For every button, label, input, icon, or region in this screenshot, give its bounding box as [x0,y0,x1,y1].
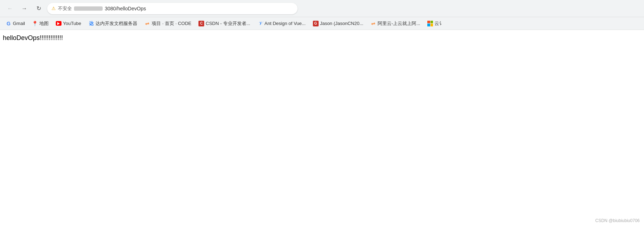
da-icon: 达 [88,21,94,26]
bookmark-ms[interactable]: 云讠 [424,19,447,28]
bookmark-maps-label: 地图 [39,20,49,27]
bookmark-maps[interactable]: 📍 地图 [29,19,51,28]
bookmark-jason-label: Jason (JasonCN20... [320,21,363,26]
jason-icon: G [313,21,319,26]
ali-icon: ⇌ [370,21,376,26]
bookmark-ant[interactable]: 𝒱 Ant Design of Vue... [255,19,309,28]
bookmark-csdn[interactable]: C CSDN - 专业开发者... [196,19,253,28]
main-content-text: helloDevOps!!!!!!!!!!!!! [3,34,641,42]
bookmarks-bar: G Gmail 📍 地图 YouTube 达 达内开发文档服务器 ⇌ 项目 · … [0,17,644,30]
bookmark-project[interactable]: ⇌ 项目 · 首页 · CODE [142,19,194,28]
reload-button[interactable]: ↻ [33,3,44,14]
gmail-icon: G [6,21,11,26]
bookmark-ali[interactable]: ⇌ 阿里云-上云就上阿... [368,19,423,28]
security-warning-icon: ⚠ [51,6,56,11]
bookmark-da-label: 达内开发文档服务器 [95,20,137,27]
bookmark-csdn-label: CSDN - 专业开发者... [206,20,250,27]
bookmark-youtube-label: YouTube [63,21,81,26]
bookmark-da[interactable]: 达 达内开发文档服务器 [85,19,140,28]
ms-icon [427,21,433,26]
address-bar[interactable]: ⚠ 不安全 3080/helloDevOps [47,3,298,14]
browser-chrome: ← → ↻ ⚠ 不安全 3080/helloDevOps G Gmail 📍 地… [0,0,644,30]
bookmark-gmail-label: Gmail [13,21,25,26]
youtube-icon [56,21,62,26]
address-url: 3080/helloDevOps [105,6,146,11]
bookmark-jason[interactable]: G Jason (JasonCN20... [310,19,366,28]
bookmark-ali-label: 阿里云-上云就上阿... [378,20,420,27]
forward-button[interactable]: → [19,3,30,14]
address-blur [74,6,103,11]
page-content: helloDevOps!!!!!!!!!!!!! [0,30,644,216]
project-icon: ⇌ [144,21,150,26]
security-label: 不安全 [58,5,72,12]
bookmark-ms-label: 云讠 [434,20,444,27]
bookmark-ant-label: Ant Design of Vue... [265,21,306,26]
csdn-icon: C [198,21,204,26]
bookmark-youtube[interactable]: YouTube [53,19,84,28]
bookmark-gmail[interactable]: G Gmail [3,19,28,28]
ant-icon: 𝒱 [257,21,263,26]
back-button[interactable]: ← [4,3,16,14]
bookmark-project-label: 项目 · 首页 · CODE [152,20,191,27]
maps-icon: 📍 [32,21,38,26]
nav-bar: ← → ↻ ⚠ 不安全 3080/helloDevOps [0,0,644,17]
